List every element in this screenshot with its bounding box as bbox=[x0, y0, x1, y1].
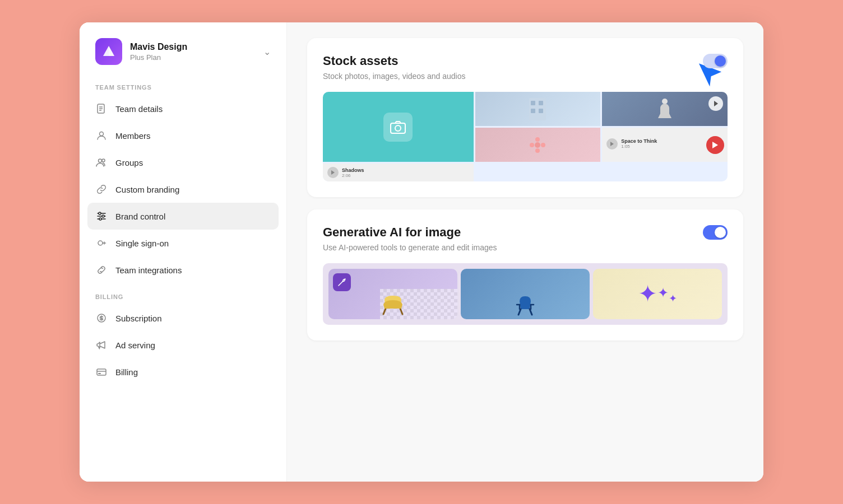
svg-point-37 bbox=[344, 279, 345, 280]
svg-point-4 bbox=[100, 132, 104, 136]
stock-cell-5: Space to Think 1:05 bbox=[602, 128, 728, 162]
team-integrations-label: Team integrations bbox=[115, 265, 182, 275]
stock-assets-toggle-wrapper[interactable] bbox=[703, 54, 728, 68]
stock-cell-2 bbox=[475, 92, 601, 126]
workspace-switcher[interactable]: Mavis Design Plus Plan ⌄ bbox=[80, 22, 286, 78]
main-content: Stock assets Stock photos, images, video… bbox=[287, 22, 763, 482]
ai-cell-1 bbox=[328, 269, 457, 319]
sidebar-item-members[interactable]: Members bbox=[80, 122, 286, 149]
svg-point-29 bbox=[535, 142, 540, 148]
ai-wand-icon bbox=[333, 273, 351, 291]
generative-ai-card: Generative AI for image Use AI-powered t… bbox=[307, 209, 743, 340]
svg-point-10 bbox=[99, 212, 101, 214]
link-icon bbox=[95, 183, 108, 195]
svg-rect-25 bbox=[531, 109, 535, 113]
ai-title: Generative AI for image bbox=[323, 225, 461, 240]
sliders-icon bbox=[95, 210, 108, 222]
plan-name: Plus Plan bbox=[130, 53, 256, 62]
svg-marker-34 bbox=[610, 142, 614, 146]
svg-marker-35 bbox=[712, 142, 718, 148]
svg-rect-15 bbox=[97, 369, 106, 375]
svg-rect-20 bbox=[391, 123, 405, 133]
sidebar-item-groups[interactable]: Groups bbox=[80, 149, 286, 176]
members-label: Members bbox=[115, 131, 151, 141]
ai-preview: ✦✦✦ bbox=[323, 263, 728, 325]
svg-rect-26 bbox=[539, 109, 543, 113]
svg-rect-24 bbox=[539, 101, 543, 105]
billing-item-label: Billing bbox=[115, 367, 138, 377]
file-icon bbox=[95, 102, 108, 115]
megaphone-icon bbox=[95, 339, 108, 351]
svg-point-21 bbox=[395, 125, 401, 131]
brand-control-label: Brand control bbox=[115, 212, 165, 221]
stock-cell-3 bbox=[602, 92, 728, 126]
card-header: Stock assets bbox=[323, 54, 728, 68]
chevron-down-icon: ⌄ bbox=[263, 46, 271, 57]
sidebar-item-subscription[interactable]: Subscription bbox=[80, 305, 286, 332]
stock-assets-preview: Space to Think 1:05 bbox=[323, 92, 728, 181]
chain-icon bbox=[95, 264, 108, 276]
card-icon bbox=[95, 366, 108, 378]
stars-icon: ✦✦✦ bbox=[638, 282, 677, 306]
svg-point-12 bbox=[99, 218, 101, 220]
workspace-logo bbox=[95, 38, 122, 65]
svg-rect-23 bbox=[531, 101, 535, 105]
stock-play-button[interactable] bbox=[706, 136, 724, 154]
svg-point-27 bbox=[662, 99, 668, 104]
svg-point-6 bbox=[102, 159, 105, 162]
custom-branding-label: Custom branding bbox=[115, 185, 179, 194]
svg-point-5 bbox=[99, 159, 102, 162]
sidebar: Mavis Design Plus Plan ⌄ TEAM SETTINGS T… bbox=[80, 22, 287, 482]
key-icon bbox=[95, 237, 108, 249]
users-icon bbox=[95, 156, 108, 169]
ai-cell-3: ✦✦✦ bbox=[593, 269, 722, 319]
stock-assets-title: Stock assets bbox=[323, 54, 399, 68]
workspace-info: Mavis Design Plus Plan bbox=[130, 41, 256, 62]
dollar-icon bbox=[95, 312, 108, 324]
stock-cell-1 bbox=[323, 92, 474, 162]
ai-description: Use AI-powered tools to generate and edi… bbox=[323, 243, 728, 252]
stock-assets-description: Stock photos, images, videos and audios bbox=[323, 72, 728, 81]
company-name: Mavis Design bbox=[130, 41, 256, 53]
team-details-label: Team details bbox=[115, 104, 163, 114]
play-icon-overlay bbox=[708, 96, 723, 111]
svg-marker-36 bbox=[331, 170, 335, 175]
svg-marker-28 bbox=[714, 101, 718, 106]
svg-point-33 bbox=[541, 143, 545, 147]
svg-point-32 bbox=[530, 143, 534, 147]
ai-card-header: Generative AI for image bbox=[323, 225, 728, 240]
sidebar-item-custom-branding[interactable]: Custom branding bbox=[80, 176, 286, 203]
app-container: Mavis Design Plus Plan ⌄ TEAM SETTINGS T… bbox=[80, 22, 763, 482]
subscription-label: Subscription bbox=[115, 314, 162, 323]
sidebar-item-team-details[interactable]: Team details bbox=[80, 95, 286, 122]
stock-assets-card: Stock assets Stock photos, images, video… bbox=[307, 38, 743, 197]
single-sign-on-label: Single sign-on bbox=[115, 239, 169, 248]
sidebar-item-billing[interactable]: Billing bbox=[80, 358, 286, 385]
sidebar-item-team-integrations[interactable]: Team integrations bbox=[80, 256, 286, 283]
svg-point-30 bbox=[535, 137, 540, 142]
ai-toggle[interactable] bbox=[703, 225, 728, 240]
sidebar-item-ad-serving[interactable]: Ad serving bbox=[80, 332, 286, 358]
svg-point-31 bbox=[535, 148, 540, 153]
user-icon bbox=[95, 129, 108, 142]
groups-label: Groups bbox=[115, 158, 143, 167]
ad-serving-label: Ad serving bbox=[115, 340, 155, 350]
billing-label: BILLING bbox=[80, 288, 286, 305]
stock-cell-6: Shadows 2:06 bbox=[323, 164, 474, 181]
ai-cell-2 bbox=[461, 269, 590, 319]
stock-assets-toggle[interactable] bbox=[703, 54, 728, 68]
team-settings-label: TEAM SETTINGS bbox=[80, 78, 286, 95]
stock-cell-4 bbox=[475, 128, 601, 162]
sidebar-item-single-sign-on[interactable]: Single sign-on bbox=[80, 230, 286, 256]
sidebar-item-brand-control[interactable]: Brand control bbox=[87, 203, 279, 230]
svg-point-11 bbox=[102, 215, 104, 217]
